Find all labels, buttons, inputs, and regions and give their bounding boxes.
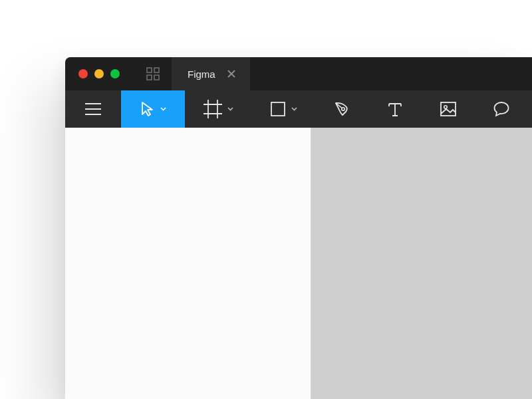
- tab-label: Figma: [188, 68, 215, 80]
- text-tool[interactable]: [368, 90, 422, 128]
- chevron-down-icon: [291, 107, 297, 111]
- shape-tool[interactable]: [251, 90, 315, 128]
- minimize-window-button[interactable]: [94, 69, 104, 78]
- text-icon: [387, 101, 403, 117]
- image-tool[interactable]: [422, 90, 475, 128]
- svg-point-14: [342, 108, 344, 110]
- titlebar: Figma: [65, 57, 532, 90]
- svg-point-22: [444, 106, 447, 108]
- canvas[interactable]: [311, 128, 532, 399]
- image-icon: [440, 101, 457, 117]
- grid-icon: [146, 67, 160, 80]
- left-panel: [65, 128, 311, 399]
- frame-icon: [203, 100, 222, 118]
- svg-rect-0: [147, 68, 152, 72]
- tab-figma[interactable]: Figma: [172, 57, 250, 90]
- chevron-down-icon: [227, 107, 233, 111]
- hamburger-icon: [84, 102, 102, 116]
- svg-rect-21: [441, 102, 456, 116]
- svg-rect-2: [147, 75, 152, 80]
- svg-rect-1: [154, 68, 159, 72]
- pen-tool[interactable]: [315, 90, 368, 128]
- app-window: Figma: [65, 57, 532, 399]
- toolbar: [65, 90, 532, 128]
- maximize-window-button[interactable]: [110, 69, 120, 78]
- pen-icon: [333, 100, 350, 118]
- close-window-button[interactable]: [78, 69, 88, 78]
- comment-tool[interactable]: [475, 90, 528, 128]
- svg-rect-13: [271, 102, 285, 116]
- comment-icon: [493, 100, 510, 118]
- svg-rect-3: [154, 75, 159, 80]
- rectangle-icon: [270, 101, 286, 117]
- cursor-icon: [140, 101, 155, 117]
- move-tool[interactable]: [121, 90, 185, 128]
- chevron-down-icon: [160, 107, 166, 111]
- close-icon: [227, 70, 235, 78]
- tab-close-button[interactable]: [227, 70, 235, 78]
- app-switcher-button[interactable]: [134, 57, 172, 90]
- frame-tool[interactable]: [185, 90, 251, 128]
- window-controls: [65, 57, 134, 90]
- workspace: [65, 128, 532, 399]
- menu-button[interactable]: [65, 90, 121, 128]
